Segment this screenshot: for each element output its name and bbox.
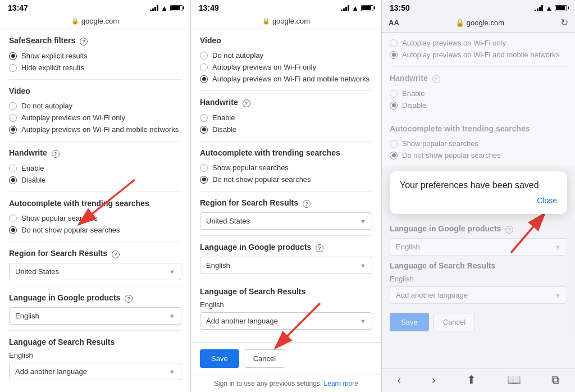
help-icon-safesearch: ?	[80, 38, 88, 45]
opt-wifi-only-1[interactable]: Autoplay previews on Wi-Fi only	[9, 112, 181, 124]
option-show-explicit[interactable]: Show explicit results	[9, 50, 181, 62]
region-dropdown-1[interactable]: United States ▼	[9, 263, 181, 280]
bookmarks-icon[interactable]: 📖	[507, 373, 521, 386]
close-button[interactable]: Close	[400, 196, 557, 205]
handwrite-title-2: Handwrite ?	[200, 98, 372, 107]
help-icon-lang-1: ?	[125, 295, 133, 303]
lock-icon-1: 🔒	[71, 17, 79, 25]
time-3: 13:50	[390, 3, 410, 12]
aa-label: AA	[389, 19, 399, 27]
address-center-3: 🔒 google.com	[455, 19, 504, 27]
chevron-down-icon-region-2: ▼	[360, 218, 366, 225]
region-dropdown-2[interactable]: United States ▼	[200, 212, 372, 230]
bg-lang-results-title-3: Language of Search Results	[390, 261, 567, 270]
opt-enable-hw-1[interactable]: Enable	[9, 162, 181, 174]
address-bar-3: AA 🔒 google.com ↻	[382, 15, 575, 33]
video-title-2: Video	[200, 36, 372, 45]
opt-no-autoplay-1[interactable]: Do not autoplay	[9, 100, 181, 112]
bg-lang-add-dropdown-3: Add another language ▼	[390, 286, 567, 304]
chevron-down-icon: ▼	[169, 268, 175, 275]
opt-wifi-mobile-1[interactable]: Autoplay previews on Wi-Fi and mobile ne…	[9, 124, 181, 135]
bg-opt-wifi-only: Autoplay previews on Wi-Fi only	[390, 37, 567, 49]
scroll-content-2[interactable]: Video Do not autoplay Autoplay previews …	[191, 29, 381, 342]
toast-modal: Your preferences have been saved Close	[390, 171, 567, 214]
battery-icon-3	[555, 5, 567, 11]
help-icon-handwrite-1: ?	[52, 150, 60, 158]
cancel-button-2[interactable]: Cancel	[244, 349, 285, 368]
back-icon[interactable]: ‹	[397, 373, 401, 386]
lang-add-dropdown-1[interactable]: Add another language ▼	[9, 363, 181, 380]
bg-action-buttons-3: Save Cancel	[382, 308, 575, 336]
lang-products-title-2: Language in Google products ?	[200, 243, 372, 252]
lock-icon-2: 🔒	[262, 17, 270, 25]
share-icon[interactable]: ⬆	[467, 373, 476, 386]
help-icon-lang-3: ?	[505, 226, 513, 234]
forward-icon[interactable]: ›	[432, 373, 436, 386]
learn-more-link[interactable]: Learn more	[324, 380, 358, 388]
opt-no-popular-2[interactable]: Do not show popular searches	[200, 174, 372, 185]
panel-2: 13:49 ▲ 🔒 google.com Video Do not autopl…	[191, 0, 382, 392]
opt-enable-hw-2[interactable]: Enable	[200, 112, 372, 124]
signal-icon-2	[341, 4, 349, 11]
opt-show-popular-1[interactable]: Show popular searches	[9, 212, 181, 224]
autocomplete-title-1: Autocomplete with trending searches	[9, 199, 181, 208]
opt-no-autoplay-2[interactable]: Do not autoplay	[200, 49, 372, 61]
scroll-content-1[interactable]: SafeSearch filters ? Show explicit resul…	[0, 29, 190, 392]
app-container: 13:47 ▲ 🔒 google.com SafeSearch filters …	[0, 0, 575, 392]
radio-disable-hw-2[interactable]	[200, 126, 208, 134]
refresh-icon[interactable]: ↻	[560, 17, 568, 29]
chevron-down-add-3: ▼	[555, 292, 561, 299]
address-bar-2: 🔒 google.com	[191, 15, 381, 29]
radio-enable-hw-1[interactable]	[9, 165, 17, 172]
panel-3: 13:50 ▲ AA 🔒 google.com ↻	[382, 0, 575, 392]
radio-wifi-only-1[interactable]	[9, 114, 17, 122]
opt-show-popular-2[interactable]: Show popular searches	[200, 162, 372, 174]
lang-products-dropdown-1[interactable]: English ▼	[9, 307, 181, 325]
radio-show-popular-2[interactable]	[200, 164, 208, 172]
lang-add-dropdown-2[interactable]: Add another language ▼	[200, 312, 372, 330]
radio-wifi-mobile-2[interactable]	[200, 75, 208, 83]
radio-enable-hw-2[interactable]	[200, 114, 208, 122]
status-icons-1: ▲	[150, 4, 182, 12]
opt-disable-hw-2[interactable]: Disable	[200, 124, 372, 135]
bg-lang-products-title-3: Language in Google products ?	[390, 224, 567, 234]
radio-wifi-only-2[interactable]	[200, 63, 208, 71]
autocomplete-title-2: Autocomplete with trending searches	[200, 148, 372, 157]
radio-show-popular-1[interactable]	[9, 215, 17, 222]
radio-no-popular-2[interactable]	[200, 176, 208, 184]
radio-no-popular-1[interactable]	[9, 226, 17, 234]
signin-bar: Sign in to use any previous settings. Le…	[191, 375, 381, 392]
bg-content-3: Autoplay previews on Wi-Fi only Autoplay…	[382, 33, 575, 166]
bottom-nav: ‹ › ⬆ 📖 ⧉	[382, 368, 575, 392]
action-buttons-2: Save Cancel	[191, 342, 381, 375]
radio-hide-explicit[interactable]	[9, 64, 17, 72]
opt-wifi-only-2[interactable]: Autoplay previews on Wi-Fi only	[200, 61, 372, 73]
bg-no-popular-3: Do not show popular searches	[390, 149, 567, 161]
save-button-2[interactable]: Save	[200, 349, 239, 368]
bg-lang-products-dropdown-3: English ▼	[390, 238, 567, 256]
radio-wifi-mobile-1[interactable]	[9, 126, 17, 134]
radio-show-explicit[interactable]	[9, 52, 17, 60]
chevron-down-lang-3: ▼	[555, 244, 561, 250]
option-hide-explicit[interactable]: Hide explicit results	[9, 62, 181, 74]
opt-no-popular-1[interactable]: Do not show popular searches	[9, 224, 181, 236]
radio-disable-hw-1[interactable]	[9, 176, 17, 184]
opt-disable-hw-1[interactable]: Disable	[9, 174, 181, 186]
bg-opt-enable-hw-3: Enable	[390, 88, 567, 99]
status-bar-1: 13:47 ▲	[0, 0, 190, 15]
lang-products-dropdown-2[interactable]: English ▼	[200, 257, 372, 274]
help-icon-region-1: ?	[112, 250, 120, 258]
battery-icon-2	[361, 5, 373, 11]
status-icons-2: ▲	[341, 4, 373, 12]
radio-no-autoplay-2[interactable]	[200, 52, 208, 60]
bg-opt-wifi-mobile: Autoplay previews on Wi-Fi and mobile ne…	[390, 49, 567, 61]
tabs-icon[interactable]: ⧉	[551, 373, 559, 386]
domain-1: google.com	[81, 17, 119, 25]
chevron-down-add-2: ▼	[360, 318, 366, 325]
radio-no-autoplay-1[interactable]	[9, 102, 17, 110]
opt-wifi-mobile-2[interactable]: Autoplay previews on Wi-Fi and mobile ne…	[200, 73, 372, 85]
status-bar-3: 13:50 ▲	[382, 0, 575, 15]
lang-results-title-2: Language of Search Results	[200, 287, 372, 296]
help-icon-hw-3: ?	[432, 75, 440, 83]
toast-message: Your preferences have been saved	[400, 180, 557, 190]
